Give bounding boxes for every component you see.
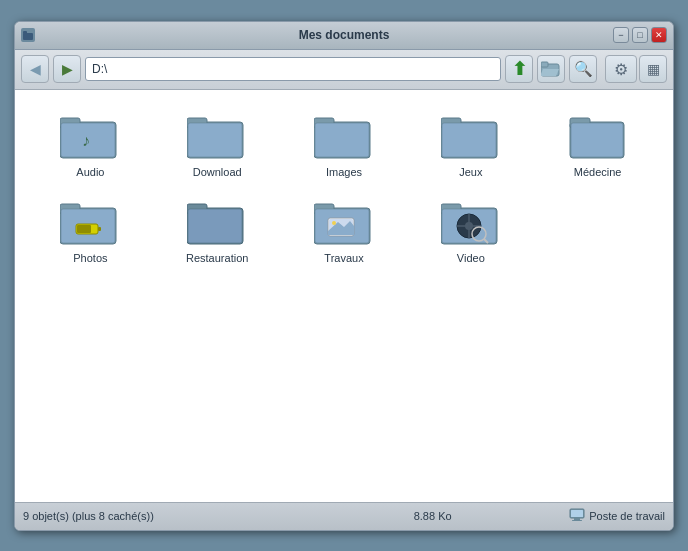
folder-item-audio[interactable]: ♪ Audio bbox=[31, 106, 150, 184]
folder-label-photos: Photos bbox=[73, 252, 107, 264]
folder-item-restauration[interactable]: Restauration bbox=[158, 192, 277, 270]
svg-text:♪: ♪ bbox=[82, 132, 90, 149]
settings-button[interactable]: ⚙ bbox=[605, 55, 637, 83]
forward-button[interactable]: ▶ bbox=[53, 55, 81, 83]
window-icon bbox=[21, 28, 35, 42]
upload-icon: ⬆ bbox=[512, 58, 527, 80]
folder-item-video[interactable]: Video bbox=[411, 192, 530, 270]
folder-grid: ♪ Audio Download bbox=[31, 106, 657, 270]
status-workspace: Poste de travail bbox=[589, 510, 665, 522]
open-folder-icon bbox=[541, 59, 561, 80]
svg-rect-25 bbox=[98, 227, 101, 231]
folder-item-travaux[interactable]: Travaux bbox=[285, 192, 404, 270]
svg-rect-0 bbox=[23, 33, 33, 40]
search-icon: 🔍 bbox=[574, 60, 593, 78]
maximize-button[interactable]: □ bbox=[632, 27, 648, 43]
svg-marker-4 bbox=[541, 69, 559, 76]
open-folder-button[interactable] bbox=[537, 55, 565, 83]
folder-item-jeux[interactable]: Jeux bbox=[411, 106, 530, 184]
svg-rect-20 bbox=[571, 123, 623, 157]
svg-rect-11 bbox=[188, 123, 242, 157]
folder-icon-images bbox=[314, 112, 374, 162]
gear-icon: ⚙ bbox=[614, 60, 628, 79]
toolbar-right: ⚙ ▦ bbox=[605, 55, 667, 83]
svg-rect-26 bbox=[77, 225, 91, 233]
computer-icon bbox=[569, 508, 585, 524]
folder-label-images: Images bbox=[326, 166, 362, 178]
view-icon: ▦ bbox=[647, 61, 660, 77]
svg-point-36 bbox=[332, 221, 336, 225]
toolbar: ◀ ▶ ⬆ 🔍 ⚙ ▦ bbox=[15, 50, 673, 90]
status-right: Poste de travail bbox=[569, 508, 665, 524]
title-bar: Mes documents − □ ✕ bbox=[15, 22, 673, 50]
window-title: Mes documents bbox=[299, 28, 390, 42]
folder-item-photos[interactable]: Photos bbox=[31, 192, 150, 270]
folder-icon-video bbox=[441, 198, 501, 248]
status-bar: 9 objet(s) (plus 8 caché(s)) 8.88 Ko Pos… bbox=[15, 502, 673, 530]
svg-rect-29 bbox=[188, 209, 242, 243]
folder-label-jeux: Jeux bbox=[459, 166, 482, 178]
view-button[interactable]: ▦ bbox=[639, 55, 667, 83]
folder-icon-medecine bbox=[568, 112, 628, 162]
back-icon: ◀ bbox=[30, 61, 41, 77]
main-content: ♪ Audio Download bbox=[15, 90, 673, 502]
upload-button[interactable]: ⬆ bbox=[505, 55, 533, 83]
svg-rect-47 bbox=[571, 510, 583, 517]
svg-rect-1 bbox=[23, 31, 27, 34]
svg-rect-48 bbox=[574, 518, 580, 520]
folder-label-medecine: Médecine bbox=[574, 166, 622, 178]
close-button[interactable]: ✕ bbox=[651, 27, 667, 43]
folder-icon-restauration bbox=[187, 198, 247, 248]
folder-icon-audio: ♪ bbox=[60, 112, 120, 162]
folder-item-medecine[interactable]: Médecine bbox=[538, 106, 657, 184]
svg-rect-14 bbox=[315, 123, 369, 157]
svg-rect-49 bbox=[572, 520, 582, 521]
folder-label-travaux: Travaux bbox=[324, 252, 363, 264]
back-button[interactable]: ◀ bbox=[21, 55, 49, 83]
folder-icon-travaux bbox=[314, 198, 374, 248]
folder-icon-download bbox=[187, 112, 247, 162]
search-button[interactable]: 🔍 bbox=[569, 55, 597, 83]
status-count: 9 objet(s) (plus 8 caché(s)) bbox=[23, 510, 296, 522]
folder-item-images[interactable]: Images bbox=[285, 106, 404, 184]
forward-icon: ▶ bbox=[62, 61, 73, 77]
folder-item-download[interactable]: Download bbox=[158, 106, 277, 184]
folder-label-download: Download bbox=[193, 166, 242, 178]
address-input[interactable] bbox=[85, 57, 501, 81]
folder-label-video: Video bbox=[457, 252, 485, 264]
folder-icon-photos bbox=[60, 198, 120, 248]
file-manager-window: Mes documents − □ ✕ ◀ ▶ ⬆ bbox=[14, 21, 674, 531]
title-controls: − □ ✕ bbox=[613, 27, 667, 43]
folder-label-restauration: Restauration bbox=[186, 252, 248, 264]
folder-icon-jeux bbox=[441, 112, 501, 162]
svg-rect-3 bbox=[541, 62, 548, 67]
minimize-button[interactable]: − bbox=[613, 27, 629, 43]
title-bar-left bbox=[21, 28, 35, 42]
svg-rect-17 bbox=[442, 123, 496, 157]
folder-label-audio: Audio bbox=[76, 166, 104, 178]
status-size: 8.88 Ko bbox=[296, 510, 569, 522]
